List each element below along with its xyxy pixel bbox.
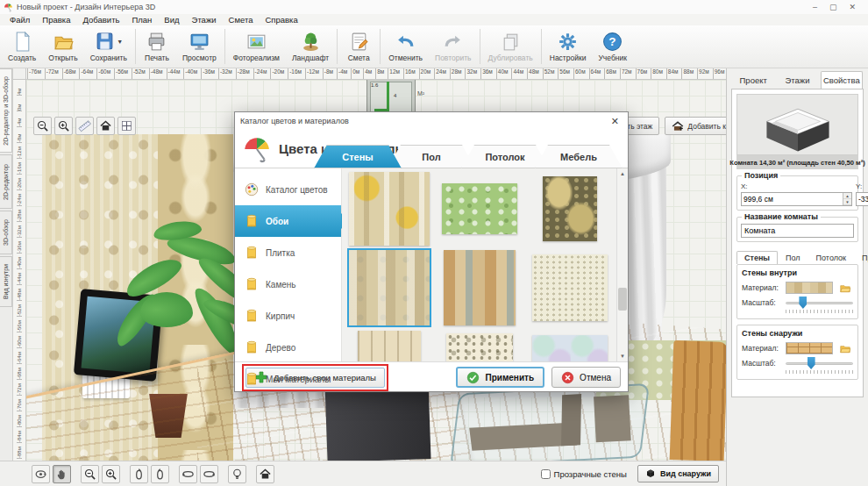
view-tool-hand[interactable] xyxy=(53,465,71,483)
menu-item-6[interactable]: Смета xyxy=(223,15,260,25)
toolbar-label: Ландшафт xyxy=(292,54,329,62)
duplicate-icon xyxy=(500,31,522,53)
panel-tab-0[interactable]: Проект xyxy=(732,71,774,89)
canvas-tool-home[interactable] xyxy=(96,117,115,135)
texture-tile-wallpaper-cream-speckle[interactable] xyxy=(532,254,608,321)
view-tool-orbit-cw[interactable] xyxy=(200,465,218,483)
sidebar-item-1[interactable]: Обои xyxy=(235,205,341,237)
view-tool-zoom-in[interactable] xyxy=(102,465,120,483)
dialog-tab-3[interactable]: Мебель xyxy=(535,145,623,168)
ruler-tick: -32м xyxy=(218,68,232,79)
toolbar-button-gear[interactable]: Настройки xyxy=(544,26,593,67)
texture-tile-wallpaper-striped-gradient[interactable] xyxy=(444,250,516,325)
minimize-button[interactable]: – xyxy=(813,3,817,11)
canvas-tool-zoom-out[interactable] xyxy=(33,117,52,135)
dialog-tab-1[interactable]: Пол xyxy=(388,145,475,168)
surface-subtab-0[interactable]: Стены xyxy=(736,251,778,264)
scale-slider-outside[interactable] xyxy=(786,357,853,369)
spin-down-icon[interactable]: ▼ xyxy=(843,199,851,205)
toolbar-button-monitor[interactable]: Просмотр xyxy=(176,26,223,67)
sidebar-item-3[interactable]: Камень xyxy=(235,268,341,300)
view-tools xyxy=(32,465,277,483)
material-swatch-inside[interactable] xyxy=(786,282,833,294)
dropdown-arrow-icon[interactable]: ▼ xyxy=(117,39,123,45)
gear-icon xyxy=(557,31,579,53)
menu-item-0[interactable]: Файл xyxy=(4,15,36,25)
sidebar-item-2[interactable]: Плитка xyxy=(235,237,341,268)
view-tab-3[interactable]: Вид изнутри xyxy=(0,256,12,307)
menu-item-7[interactable]: Справка xyxy=(259,15,303,25)
position-field-label: Y: xyxy=(856,182,868,190)
room-name-input[interactable] xyxy=(741,224,854,238)
canvas-tool-measure[interactable] xyxy=(75,117,94,135)
view-tab-2[interactable]: 3D-обзор xyxy=(0,211,12,254)
view-tool-rotate-cw[interactable] xyxy=(151,465,169,483)
position-field-1: Y:▲▼ xyxy=(856,182,868,206)
toolbar-button-save[interactable]: ▼Сохранить xyxy=(84,26,133,67)
spin-up-icon[interactable]: ▲ xyxy=(843,193,851,199)
toolbar-button-open-folder[interactable]: Открыть xyxy=(42,26,83,67)
scroll-up-arrow[interactable]: ▲ xyxy=(617,168,628,179)
texture-tile-wallpaper-cream-damask[interactable] xyxy=(446,333,513,361)
canvas-tool-grid[interactable] xyxy=(117,117,136,135)
cancel-button[interactable]: Отмена xyxy=(551,367,621,388)
scrollbar[interactable]: ▲ ▼ xyxy=(616,168,628,361)
menu-item-1[interactable]: Правка xyxy=(36,15,76,25)
toolbar-button-print[interactable]: Печать xyxy=(138,26,176,67)
surface-subtab-3[interactable]: Прочее xyxy=(854,251,868,264)
view-tab-1[interactable]: 2D-редактор xyxy=(0,154,12,209)
material-swatch-outside[interactable] xyxy=(786,342,833,354)
toolbar-button-new-doc[interactable]: Создать xyxy=(2,26,42,67)
view-tool-orbit-ccw[interactable] xyxy=(179,465,197,483)
position-input[interactable] xyxy=(742,193,843,205)
view-tool-zoom-out[interactable] xyxy=(81,465,99,483)
panel-tab-1[interactable]: Этажи xyxy=(776,71,818,89)
surface-subtab-2[interactable]: Потолок xyxy=(808,251,854,264)
toolbar-button-tree[interactable]: Ландшафт xyxy=(286,26,335,67)
toolbar-button-duplicate: Дублировать xyxy=(482,26,539,67)
outside-view-button[interactable]: Вид снаружи xyxy=(637,465,719,482)
canvas-tool-zoom-in[interactable] xyxy=(54,117,73,135)
texture-tile-wallpaper-pastel-blue[interactable] xyxy=(532,335,608,361)
texture-tile-wallpaper-geometric-diamond[interactable] xyxy=(349,172,430,246)
folder-icon[interactable] xyxy=(836,341,853,354)
menu-item-2[interactable]: Добавить xyxy=(76,15,125,25)
panel-tab-2[interactable]: Свойства xyxy=(821,71,863,89)
view-tab-0[interactable]: 2D-редактор и 3D-обзор xyxy=(0,68,12,153)
dialog-close-button[interactable]: ✕ xyxy=(608,116,623,127)
dialog-tab-0[interactable]: Стены xyxy=(314,145,402,168)
transparent-walls-checkbox[interactable] xyxy=(541,469,551,479)
maximize-button[interactable]: ▢ xyxy=(829,3,837,11)
view-tool-bulb[interactable] xyxy=(228,465,246,483)
scroll-down-arrow[interactable]: ▼ xyxy=(617,351,628,361)
surface-subtab-1[interactable]: Пол xyxy=(778,251,808,264)
view-tool-rotate-ccw[interactable] xyxy=(130,465,148,483)
texture-tile-wallpaper-light-planks[interactable] xyxy=(358,331,421,361)
sidebar-item-4[interactable]: Кирпич xyxy=(235,300,341,332)
position-input[interactable] xyxy=(857,193,868,205)
texture-tile-wallpaper-beige-watercolor[interactable] xyxy=(349,250,430,325)
close-button[interactable]: ✕ xyxy=(849,3,856,11)
scale-slider-inside[interactable] xyxy=(786,297,853,309)
sidebar-item-5[interactable]: Дерево xyxy=(235,332,341,363)
sidebar-item-6[interactable]: Мои материалы xyxy=(235,363,341,395)
toolbar-button-undo[interactable]: Отменить xyxy=(382,26,429,67)
view-tool-rotate-360[interactable] xyxy=(32,465,50,483)
texture-tile-wallpaper-dark-damask[interactable] xyxy=(543,176,597,241)
menu-item-4[interactable]: Вид xyxy=(158,15,185,25)
texture-tile-wallpaper-green-floral[interactable] xyxy=(442,183,517,234)
scroll-thumb[interactable] xyxy=(618,288,627,311)
dialog-title-bar[interactable]: Каталог цветов и материалов ✕ xyxy=(235,112,628,130)
view-tool-home[interactable] xyxy=(256,465,274,483)
toolbar-button-note[interactable]: Смета xyxy=(339,26,378,67)
toolbar-button-photo[interactable]: Фотореализм xyxy=(227,26,286,67)
position-group: Позиция X:▲▼Y:▲▼Высота стен:▲▼ xyxy=(736,175,858,211)
toolbar-button-help[interactable]: ?Учебник xyxy=(592,26,633,67)
menu-item-5[interactable]: Этажи xyxy=(186,15,223,25)
apply-button[interactable]: Применить xyxy=(456,367,544,388)
folder-icon[interactable] xyxy=(836,281,853,294)
sidebar-item-0[interactable]: Каталог цветов xyxy=(235,174,341,205)
canvas-button-roof-plus[interactable]: Добавить крышу xyxy=(665,117,726,135)
dialog-tab-2[interactable]: Потолок xyxy=(461,145,549,168)
menu-item-3[interactable]: План xyxy=(125,15,158,25)
